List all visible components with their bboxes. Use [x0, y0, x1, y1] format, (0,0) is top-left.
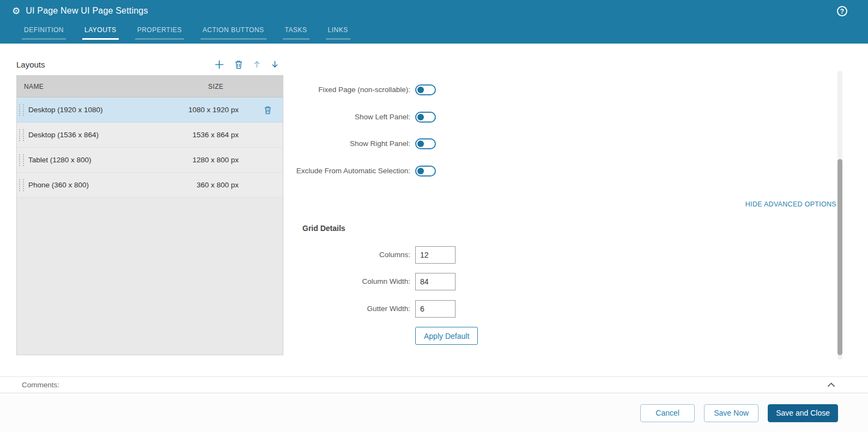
form-row-show-right-panel: Show Right Panel:: [290, 138, 436, 150]
move-down-icon[interactable]: [271, 60, 279, 69]
fixed-page-label: Fixed Page (non-scrollable):: [290, 84, 410, 96]
layout-name: Desktop (1536 x 864): [28, 131, 176, 139]
gutter-width-label: Gutter Width:: [290, 303, 410, 315]
tab-definition[interactable]: DEFINITION: [22, 26, 66, 40]
ui-page-settings-window: ⚙ UI Page New UI Page Settings ? DEFINIT…: [0, 0, 868, 432]
comments-section: Comments:: [0, 376, 868, 393]
form-row-columns: Columns:: [290, 246, 456, 264]
title-row: ⚙ UI Page New UI Page Settings: [0, 0, 868, 16]
show-left-panel-label: Show Left Panel:: [290, 112, 410, 123]
column-width-label: Column Width:: [290, 276, 410, 288]
table-row[interactable]: Desktop (1920 x 1080) 1080 x 1920 px: [17, 98, 283, 123]
save-now-button[interactable]: Save Now: [704, 404, 758, 422]
table-row[interactable]: Tablet (1280 x 800) 1280 x 800 px: [17, 148, 283, 173]
layout-name: Phone (360 x 800): [28, 181, 176, 189]
gutter-width-input[interactable]: [415, 300, 456, 318]
drag-handle-icon[interactable]: [19, 104, 24, 116]
layouts-panel: Layouts NAME SIZE: [16, 57, 283, 355]
exclude-automatic-label: Exclude From Automatic Selection:: [290, 166, 410, 177]
layout-size: 1080 x 1920 px: [176, 106, 252, 114]
table-row[interactable]: Phone (360 x 800) 360 x 800 px: [17, 173, 283, 198]
layout-size: 1536 x 864 px: [176, 131, 252, 139]
column-header-name: NAME: [17, 83, 44, 90]
layouts-toolbar: [214, 59, 283, 70]
tab-layouts[interactable]: LAYOUTS: [82, 26, 119, 40]
add-layout-icon[interactable]: [214, 59, 224, 70]
tab-action-buttons[interactable]: ACTION BUTTONS: [201, 26, 266, 40]
layouts-table: NAME SIZE Desktop (1920 x 1080) 1080 x 1…: [16, 75, 283, 355]
tab-bar: DEFINITION LAYOUTS PROPERTIES ACTION BUT…: [22, 26, 350, 40]
apply-default-button[interactable]: Apply Default: [415, 327, 478, 345]
toggle-knob: [417, 87, 424, 93]
page-title: UI Page New UI Page Settings: [26, 6, 148, 16]
drag-handle-icon[interactable]: [19, 129, 24, 141]
help-icon[interactable]: ?: [837, 6, 847, 16]
drag-handle-icon[interactable]: [19, 179, 24, 191]
footer-actions: Cancel Save Now Save and Close: [0, 394, 868, 432]
columns-input[interactable]: [415, 246, 456, 264]
cancel-button[interactable]: Cancel: [640, 404, 695, 422]
toggle-knob: [417, 141, 424, 147]
exclude-automatic-toggle[interactable]: [415, 166, 436, 177]
header: ⚙ UI Page New UI Page Settings ? DEFINIT…: [0, 0, 868, 44]
move-up-icon[interactable]: [253, 60, 261, 69]
column-width-input[interactable]: [415, 273, 456, 290]
form-row-column-width: Column Width:: [290, 273, 456, 290]
column-header-size: SIZE: [208, 83, 223, 90]
layouts-table-header: NAME SIZE: [17, 76, 283, 98]
tab-links[interactable]: LINKS: [326, 26, 350, 40]
row-trash-icon[interactable]: [252, 106, 283, 114]
layouts-title: Layouts: [16, 60, 45, 69]
toggle-knob: [417, 114, 424, 120]
form-row-exclude-automatic: Exclude From Automatic Selection:: [290, 166, 436, 177]
columns-label: Columns:: [290, 250, 410, 261]
layout-size: 360 x 800 px: [176, 181, 252, 189]
save-and-close-button[interactable]: Save and Close: [768, 404, 838, 422]
grid-details-title: Grid Details: [302, 224, 345, 233]
toggle-knob: [417, 168, 424, 174]
show-left-panel-toggle[interactable]: [415, 112, 436, 123]
tab-properties[interactable]: PROPERTIES: [135, 26, 184, 40]
form-row-gutter-width: Gutter Width:: [290, 300, 456, 318]
show-right-panel-label: Show Right Panel:: [290, 138, 410, 150]
hide-advanced-options-link[interactable]: HIDE ADVANCED OPTIONS: [745, 200, 836, 208]
form-row-show-left-panel: Show Left Panel:: [290, 112, 436, 123]
layouts-panel-header: Layouts: [16, 57, 283, 72]
layout-name: Tablet (1280 x 800): [28, 156, 176, 164]
drag-handle-icon[interactable]: [19, 154, 24, 166]
table-row[interactable]: Desktop (1536 x 864) 1536 x 864 px: [17, 123, 283, 148]
layout-name: Desktop (1920 x 1080): [28, 106, 176, 114]
gear-icon: ⚙: [12, 7, 20, 16]
show-right-panel-toggle[interactable]: [415, 138, 436, 149]
comments-label: Comments:: [22, 381, 59, 389]
fixed-page-toggle[interactable]: [415, 84, 436, 95]
form-row-fixed-page: Fixed Page (non-scrollable):: [290, 84, 436, 96]
chevron-up-icon[interactable]: [827, 382, 835, 387]
scrollbar-thumb[interactable]: [837, 159, 842, 355]
tab-tasks[interactable]: TASKS: [283, 26, 309, 40]
scrollbar-track[interactable]: [837, 71, 842, 360]
layout-size: 1280 x 800 px: [176, 156, 252, 164]
delete-layout-icon[interactable]: [234, 60, 243, 69]
